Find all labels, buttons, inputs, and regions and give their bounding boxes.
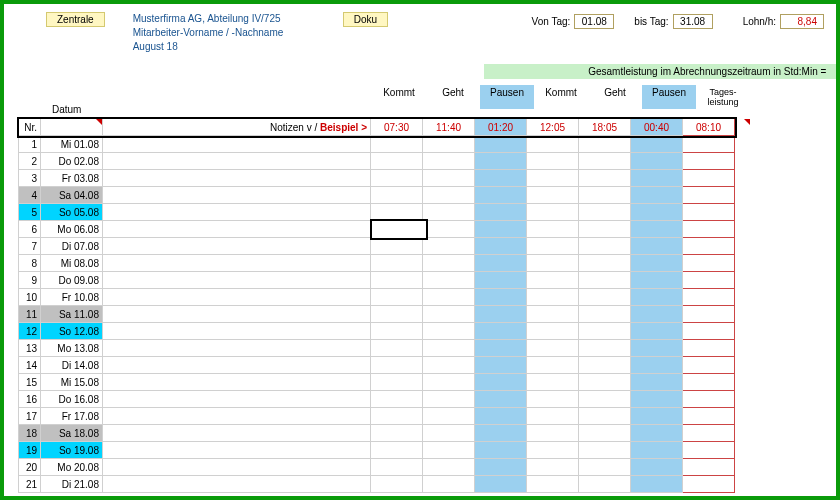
row-geht-1[interactable] [423,136,475,153]
row-notes[interactable] [103,374,371,391]
row-kommt-1[interactable] [371,204,423,221]
row-kommt-2[interactable] [527,425,579,442]
row-geht-2[interactable] [579,255,631,272]
row-geht-2[interactable] [579,238,631,255]
row-kommt-2[interactable] [527,238,579,255]
row-pausen-2[interactable] [631,187,683,204]
row-geht-1[interactable] [423,459,475,476]
row-pausen-2[interactable] [631,238,683,255]
table-row[interactable]: 17Fr 17.08 [19,408,735,425]
row-pausen-2[interactable] [631,391,683,408]
row-geht-1[interactable] [423,340,475,357]
row-kommt-2[interactable] [527,391,579,408]
row-kommt-2[interactable] [527,289,579,306]
row-notes[interactable] [103,170,371,187]
table-row[interactable]: 16Do 16.08 [19,391,735,408]
row-notes[interactable] [103,187,371,204]
row-kommt-1[interactable] [371,170,423,187]
row-pausen-1[interactable] [475,391,527,408]
row-geht-1[interactable] [423,272,475,289]
row-geht-2[interactable] [579,374,631,391]
row-notes[interactable] [103,425,371,442]
row-notes[interactable] [103,238,371,255]
row-kommt-2[interactable] [527,340,579,357]
row-pausen-2[interactable] [631,459,683,476]
timesheet-table[interactable]: Nr. Notizen v / Beispiel > 07:30 11:40 0… [18,118,735,493]
row-geht-2[interactable] [579,323,631,340]
row-pausen-2[interactable] [631,408,683,425]
row-pausen-2[interactable] [631,136,683,153]
row-pausen-1[interactable] [475,238,527,255]
table-row[interactable]: 9Do 09.08 [19,272,735,289]
row-notes[interactable] [103,221,371,238]
row-geht-2[interactable] [579,425,631,442]
row-pausen-1[interactable] [475,272,527,289]
row-kommt-2[interactable] [527,204,579,221]
row-notes[interactable] [103,340,371,357]
row-kommt-2[interactable] [527,170,579,187]
row-geht-2[interactable] [579,204,631,221]
row-pausen-2[interactable] [631,306,683,323]
row-notes[interactable] [103,204,371,221]
row-geht-2[interactable] [579,289,631,306]
table-row[interactable]: 8Mi 08.08 [19,255,735,272]
table-row[interactable]: 20Mo 20.08 [19,459,735,476]
row-geht-2[interactable] [579,187,631,204]
lohn-input[interactable]: 8,84 [780,14,824,29]
row-pausen-2[interactable] [631,442,683,459]
row-geht-2[interactable] [579,476,631,493]
table-row[interactable]: 12So 12.08 [19,323,735,340]
row-geht-1[interactable] [423,306,475,323]
row-pausen-2[interactable] [631,255,683,272]
row-notes[interactable] [103,306,371,323]
row-geht-1[interactable] [423,170,475,187]
row-notes[interactable] [103,255,371,272]
row-pausen-2[interactable] [631,289,683,306]
row-notes[interactable] [103,476,371,493]
row-kommt-2[interactable] [527,357,579,374]
row-kommt-1[interactable] [371,255,423,272]
row-geht-2[interactable] [579,221,631,238]
row-kommt-1[interactable] [371,391,423,408]
row-kommt-1[interactable] [371,306,423,323]
row-pausen-1[interactable] [475,221,527,238]
row-geht-1[interactable] [423,289,475,306]
row-kommt-1[interactable] [371,323,423,340]
row-kommt-1[interactable] [371,136,423,153]
zentrale-button[interactable]: Zentrale [46,12,105,27]
row-pausen-1[interactable] [475,323,527,340]
row-geht-1[interactable] [423,442,475,459]
table-row[interactable]: 15Mi 15.08 [19,374,735,391]
row-geht-2[interactable] [579,153,631,170]
row-pausen-1[interactable] [475,476,527,493]
row-geht-2[interactable] [579,357,631,374]
row-geht-2[interactable] [579,442,631,459]
row-kommt-1[interactable] [371,187,423,204]
row-kommt-2[interactable] [527,306,579,323]
row-notes[interactable] [103,289,371,306]
row-kommt-2[interactable] [527,374,579,391]
row-kommt-1[interactable] [371,425,423,442]
row-pausen-2[interactable] [631,323,683,340]
row-kommt-2[interactable] [527,221,579,238]
table-row[interactable]: 11Sa 11.08 [19,306,735,323]
row-kommt-1[interactable] [371,289,423,306]
row-geht-2[interactable] [579,272,631,289]
table-row[interactable]: 21Di 21.08 [19,476,735,493]
row-geht-2[interactable] [579,459,631,476]
row-geht-1[interactable] [423,255,475,272]
row-kommt-2[interactable] [527,459,579,476]
row-notes[interactable] [103,391,371,408]
row-pausen-1[interactable] [475,408,527,425]
row-geht-2[interactable] [579,391,631,408]
table-row[interactable]: 14Di 14.08 [19,357,735,374]
row-pausen-1[interactable] [475,289,527,306]
row-pausen-1[interactable] [475,340,527,357]
row-pausen-1[interactable] [475,170,527,187]
table-row[interactable]: 10Fr 10.08 [19,289,735,306]
row-notes[interactable] [103,323,371,340]
table-row[interactable]: 5So 05.08 [19,204,735,221]
row-kommt-2[interactable] [527,408,579,425]
row-pausen-2[interactable] [631,272,683,289]
row-notes[interactable] [103,357,371,374]
